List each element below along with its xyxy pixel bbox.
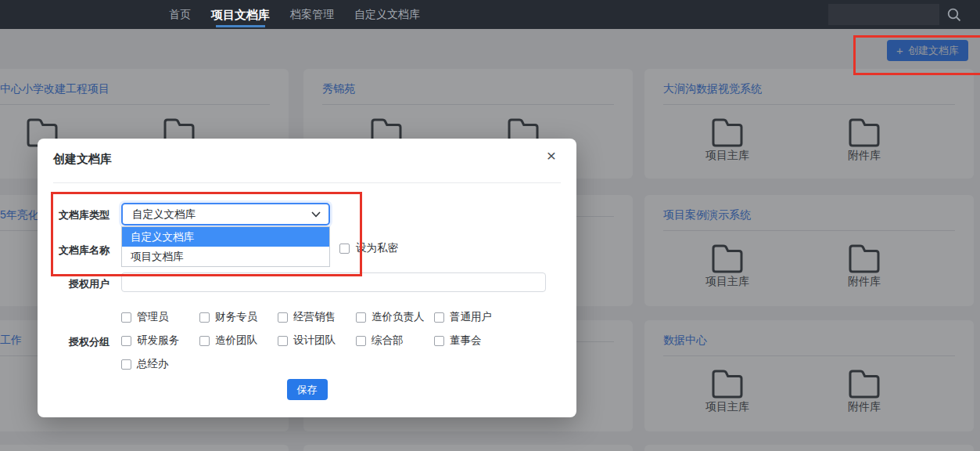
nav-tab-project-library[interactable]: 项目文档库 [211,0,270,29]
divider [53,182,561,183]
save-button[interactable]: 保存 [287,379,328,400]
groups-checkbox-row: 研发服务 造价团队 设计团队 综合部 董事会 [121,334,512,348]
chevron-down-icon [311,211,321,218]
checkbox-label: 总经办 [137,357,169,371]
library-type-select[interactable]: 自定义文档库 [121,203,330,226]
search-input[interactable] [828,4,939,25]
modal-title: 创建文档库 [53,152,112,167]
checkbox-icon[interactable] [434,312,444,323]
checkbox-icon[interactable] [121,312,131,323]
checkbox-icon[interactable] [434,336,444,346]
top-nav-bar: 首页 项目文档库 档案管理 自定义文档库 [0,0,980,29]
checkbox-label: 研发服务 [137,334,179,348]
group-option[interactable]: 综合部 [356,334,434,348]
app-window: 首页 项目文档库 档案管理 自定义文档库 + 创建文档库 中心小学改建工程项目 [0,0,980,451]
checkbox-label: 财务专员 [215,310,257,324]
checkbox-label: 造价负责人 [372,310,425,324]
nav-tab-archive[interactable]: 档案管理 [290,0,334,29]
checkbox-label: 经营销售 [293,310,336,324]
checkbox-icon[interactable] [121,336,131,346]
role-option[interactable]: 管理员 [121,310,199,324]
role-option[interactable]: 经营销售 [278,310,356,324]
dropdown-option-custom[interactable]: 自定义文档库 [122,227,329,247]
group-option[interactable]: 董事会 [434,334,512,348]
role-option[interactable]: 普通用户 [434,310,512,324]
checkbox-icon[interactable] [278,336,288,346]
checkbox-icon[interactable] [356,336,366,346]
set-private-option[interactable]: 设为私密 [339,241,398,255]
authorized-users-input[interactable] [121,272,546,292]
library-name-label: 文档库名称 [52,244,109,256]
group-option[interactable]: 造价团队 [199,334,278,348]
set-private-label: 设为私密 [356,241,398,255]
checkbox-label: 董事会 [450,334,482,348]
checkbox-icon[interactable] [356,312,366,323]
checkbox-icon[interactable] [121,359,131,370]
library-type-label: 文档库类型 [52,209,109,221]
nav-search [828,4,969,25]
authorized-users-label: 授权用户 [52,278,109,290]
create-library-modal: 创建文档库 × 文档库类型 自定义文档库 自定义文档库 项目文档库 文档库名称 … [38,139,576,417]
roles-checkbox-row: 管理员 财务专员 经营销售 造价负责人 普通用户 [121,310,512,324]
group-option[interactable]: 研发服务 [121,334,199,348]
nav-tab-custom-library[interactable]: 自定义文档库 [354,0,420,29]
group-option[interactable]: 设计团队 [278,334,356,348]
group-option[interactable]: 总经办 [121,357,199,371]
library-type-dropdown: 自定义文档库 项目文档库 [121,226,330,267]
nav-tabs: 首页 项目文档库 档案管理 自定义文档库 [169,0,420,29]
checkbox-icon[interactable] [199,312,210,323]
groups-checkbox-row-2: 总经办 [121,357,199,371]
checkbox-label: 设计团队 [293,334,336,348]
library-type-selected-value: 自定义文档库 [132,207,196,222]
role-option[interactable]: 财务专员 [199,310,278,324]
nav-tab-home[interactable]: 首页 [169,0,191,29]
checkbox-icon[interactable] [278,312,288,323]
checkbox-label: 管理员 [137,310,169,324]
authorized-groups-label: 授权分组 [52,336,109,348]
checkbox-label: 综合部 [372,334,404,348]
role-option[interactable]: 造价负责人 [356,310,434,324]
checkbox-label: 普通用户 [450,310,492,324]
close-icon[interactable]: × [547,147,556,164]
dropdown-option-project[interactable]: 项目文档库 [122,247,329,266]
checkbox-label: 造价团队 [215,334,257,348]
search-icon[interactable] [939,4,969,25]
checkbox-icon[interactable] [339,244,350,254]
checkbox-icon[interactable] [199,336,210,346]
